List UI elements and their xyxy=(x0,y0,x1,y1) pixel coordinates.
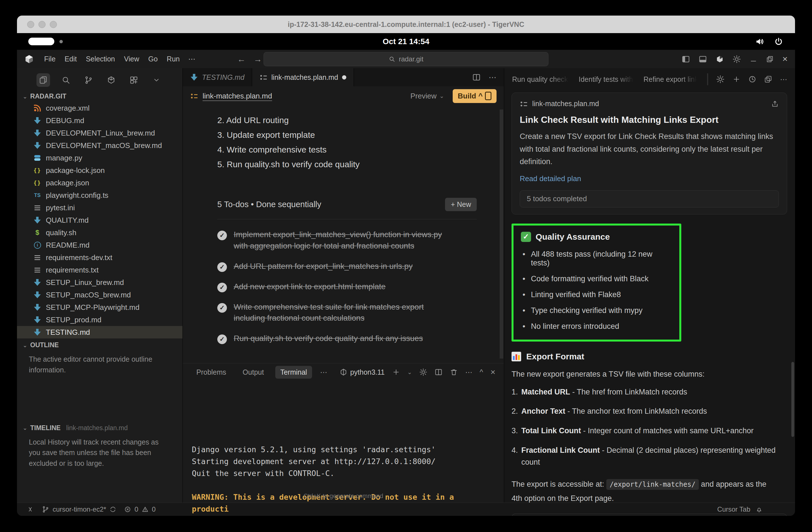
file-tree-item[interactable]: SETUP_MCP-Playwright.md xyxy=(17,301,183,314)
file-tree-item[interactable]: coverage.xml xyxy=(17,102,183,114)
new-chat-icon[interactable] xyxy=(733,75,740,83)
outline-section-header[interactable]: ⌄ OUTLINE xyxy=(17,339,183,350)
window-restore-icon[interactable] xyxy=(766,55,774,63)
search-sidebar-icon[interactable] xyxy=(59,73,73,87)
todo-check-icon[interactable]: ✓ xyxy=(217,303,227,313)
project-section-header[interactable]: ⌄ RADAR.GIT xyxy=(17,90,183,102)
chat-history-icon[interactable] xyxy=(748,75,756,83)
file-tree-item[interactable]: TESTING.md xyxy=(17,326,183,339)
window-close-icon[interactable]: × xyxy=(782,54,788,64)
nav-back-icon[interactable]: ← xyxy=(237,54,246,64)
editor-more-icon[interactable]: ⋯ xyxy=(489,73,496,82)
menu-edit[interactable]: Edit xyxy=(60,53,81,65)
panel-tab-terminal[interactable]: Terminal xyxy=(275,366,312,379)
menu-overflow-icon[interactable]: ⋯ xyxy=(184,53,199,65)
volume-icon[interactable] xyxy=(755,37,765,46)
settings-gear-icon[interactable] xyxy=(733,55,741,63)
menu-view[interactable]: View xyxy=(119,53,144,65)
file-tree-item[interactable]: playwright.config.ts xyxy=(17,189,183,201)
chat-tab-2[interactable]: Identify tests with ex xyxy=(579,75,633,84)
close-panel-icon[interactable]: × xyxy=(490,367,495,377)
chat-tab-1[interactable]: Run quality check an xyxy=(512,75,568,84)
file-tree-item[interactable]: SETUP_macOS_brew.md xyxy=(17,289,183,301)
preview-dropdown[interactable]: Preview ⌄ xyxy=(410,92,444,100)
chat-tab-3[interactable]: Refine export links f xyxy=(644,75,697,84)
terminal-dropdown-icon[interactable]: ⌄ xyxy=(407,369,412,375)
file-tree-item[interactable]: requirements.txt xyxy=(17,264,183,276)
chat-scroll-area[interactable]: link-matches.plan.md Link Check Result w… xyxy=(504,90,795,503)
export-plan-icon[interactable] xyxy=(771,100,779,108)
git-branch-status[interactable]: cursor-timon-ec2* xyxy=(42,505,116,513)
nav-forward-icon[interactable]: → xyxy=(253,54,262,64)
read-detailed-plan-link[interactable]: Read detailed plan xyxy=(520,174,779,183)
editor-scrollbar[interactable] xyxy=(499,110,503,359)
todo-check-icon[interactable]: ✓ xyxy=(217,334,227,344)
cursor-logo-icon[interactable] xyxy=(24,54,34,64)
file-tree-item[interactable]: requirements-dev.txt xyxy=(17,251,183,264)
file-tree-item[interactable]: DEBUG.md xyxy=(17,114,183,127)
open-chat-in-editor-icon[interactable] xyxy=(764,75,772,83)
cursor-tab-status[interactable]: Cursor Tab xyxy=(717,505,750,513)
file-tree-item[interactable]: package.json xyxy=(17,176,183,189)
panel-tab-output[interactable]: Output xyxy=(238,366,269,379)
extensions-icon[interactable] xyxy=(104,73,118,87)
command-search-input[interactable]: radar.git xyxy=(264,52,549,66)
chat-settings-icon[interactable] xyxy=(716,75,725,84)
changed-files-bar[interactable]: › 4 Files Undo All Keep All ^ xyxy=(511,514,787,516)
menu-file[interactable]: File xyxy=(40,53,60,65)
markdown-preview[interactable]: 2. Add URL routing3. Update export templ… xyxy=(183,105,504,363)
toggle-sidebar-icon[interactable] xyxy=(682,55,690,63)
panel-tab-problems[interactable]: Problems xyxy=(191,366,231,379)
maximize-panel-icon[interactable]: ^ xyxy=(480,368,483,377)
window-minimize-icon[interactable] xyxy=(750,55,757,63)
window-traffic-lights[interactable] xyxy=(27,21,57,28)
file-tree-item[interactable]: README.md xyxy=(17,239,183,251)
power-icon[interactable] xyxy=(774,37,783,46)
file-tree-item[interactable]: DEVELOPMENT_Linux_brew.md xyxy=(17,127,183,139)
close-traffic-light[interactable] xyxy=(27,21,34,28)
file-tree-item[interactable]: DEVELOPMENT_macOS_brew.md xyxy=(17,139,183,152)
file-tree-item[interactable]: package-lock.json xyxy=(17,164,183,176)
terminal-settings-icon[interactable] xyxy=(419,368,427,376)
chat-scrollbar[interactable] xyxy=(791,362,794,437)
tab-testing-md[interactable]: TESTING.md xyxy=(183,68,252,86)
toggle-panel-icon[interactable] xyxy=(698,55,707,63)
remote-explorer-icon[interactable] xyxy=(127,73,141,87)
file-tree-item[interactable]: quality.sh xyxy=(17,226,183,239)
todo-item[interactable]: ✓ Run quality.sh to verify code quality … xyxy=(217,333,504,344)
file-tree-item[interactable]: SETUP_prod.md xyxy=(17,314,183,326)
minimize-traffic-light[interactable] xyxy=(39,21,46,28)
kill-terminal-icon[interactable] xyxy=(450,368,458,376)
bell-icon[interactable] xyxy=(755,506,763,513)
chat-more-icon[interactable]: ⋯ xyxy=(780,75,787,84)
views-chevron-down-icon[interactable] xyxy=(150,73,163,87)
source-control-icon[interactable] xyxy=(82,73,95,87)
new-terminal-icon[interactable] xyxy=(392,368,400,376)
menu-go[interactable]: Go xyxy=(144,53,162,65)
tab-link-matches-plan[interactable]: link-matches.plan.md xyxy=(252,68,354,86)
file-tree-item[interactable]: pytest.ini xyxy=(17,201,183,214)
todo-item[interactable]: ✓ Write comprehensive test suite for lin… xyxy=(217,301,504,324)
menu-run[interactable]: Run xyxy=(162,53,184,65)
todo-check-icon[interactable]: ✓ xyxy=(217,283,227,292)
panel-tabs-more-icon[interactable]: ⋯ xyxy=(320,368,327,376)
todo-check-icon[interactable]: ✓ xyxy=(217,231,227,240)
problems-status[interactable]: 0 0 xyxy=(124,505,156,513)
build-button[interactable]: Build ^ xyxy=(453,89,496,103)
modified-dot-icon[interactable] xyxy=(342,75,346,80)
plan-card-file[interactable]: link-matches.plan.md xyxy=(532,100,599,108)
file-tree-item[interactable]: SETUP_Linux_brew.md xyxy=(17,276,183,289)
file-tree-item[interactable]: QUALITY.md xyxy=(17,214,183,226)
export-url-code[interactable]: /export/link-matches/ xyxy=(606,479,699,490)
menu-selection[interactable]: Selection xyxy=(81,53,119,65)
zoom-traffic-light[interactable] xyxy=(50,21,57,28)
new-todo-button[interactable]: + New xyxy=(445,198,477,211)
split-editor-icon[interactable] xyxy=(472,73,481,82)
menubar-app-pill[interactable] xyxy=(28,38,54,45)
explorer-icon[interactable] xyxy=(37,73,50,87)
split-terminal-icon[interactable] xyxy=(435,368,443,376)
todo-item[interactable]: ✓ Add new export link to export.html tem… xyxy=(217,281,504,292)
todo-item[interactable]: ✓ Add URL pattern for export_link_matche… xyxy=(217,261,504,272)
timeline-section-header[interactable]: ⌄ TIMELINE link-matches.plan.md xyxy=(17,421,183,433)
terminal-more-icon[interactable]: ⋯ xyxy=(465,368,472,376)
